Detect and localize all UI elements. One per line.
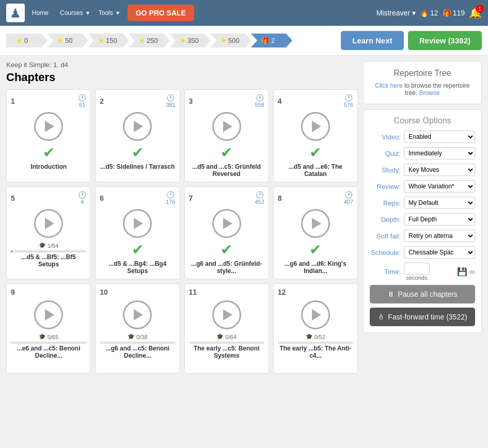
depth-select[interactable]: Full Depth Shallow	[404, 213, 475, 226]
card-header-12: 12	[278, 288, 353, 296]
repertoire-tree-panel: Repertoire Tree Click here to browse the…	[363, 61, 482, 104]
card-header-1: 1🕐61	[11, 94, 86, 108]
play-circle-12[interactable]	[301, 300, 330, 329]
tools-link[interactable]: Tools	[99, 9, 113, 17]
count-num-1: 61	[79, 102, 85, 108]
reps-select[interactable]: My Default 1 2	[404, 197, 475, 209]
card-header-6: 6🕐176	[100, 191, 175, 205]
star-icon-350: ★	[180, 37, 186, 44]
card-count-7: 🕐452	[255, 191, 264, 205]
gift-badge: 🎁 119	[443, 9, 465, 17]
chapter-card-8[interactable]: 8🕐407✔...g6 and ...d6: King's Indian...	[273, 186, 358, 279]
chapter-card-7[interactable]: 7🕐452✔...g6 and ...d5: Grünfeld-style...	[184, 186, 269, 279]
chapter-title-9: ...e6 and ...c5: Benoni Decline...	[11, 345, 86, 359]
video-label: Video:	[370, 133, 401, 141]
play-triangle-1	[45, 121, 54, 132]
navbar: ♟ Home Courses ▾ Tools ▾ GO PRO SALE Mis…	[0, 0, 488, 26]
user-chevron-icon: ▾	[412, 9, 416, 17]
chapter-title-7: ...g6 and ...d5: Grünfeld-style...	[189, 260, 264, 275]
progress-bar-mini-5	[11, 250, 86, 252]
go-pro-button[interactable]: GO PRO SALE	[128, 5, 194, 21]
progress-seg-500[interactable]: ★ 500	[210, 34, 251, 47]
schedule-row: Schedule: Chessable Spac Custom	[370, 246, 475, 259]
chapter-title-8: ...g6 and ...d6: King's Indian...	[278, 260, 353, 275]
review-select[interactable]: Whole Variation* Single Move	[404, 180, 475, 193]
play-circle-2[interactable]	[123, 112, 152, 141]
chapter-title-5: ...d5 & ...Bf5: ...Bf5 Setups	[11, 253, 86, 268]
progress-seg-350[interactable]: ★ 350	[169, 34, 211, 47]
rep-tree-browse-link[interactable]: Browse	[419, 89, 440, 97]
schedule-select[interactable]: Chessable Spac Custom	[404, 246, 475, 259]
chapter-card-9[interactable]: 9🎓0/65...e6 and ...c5: Benoni Decline...	[6, 283, 91, 374]
chapter-card-12[interactable]: 12🎓0/52The early ...b5: The Anti-c4...	[273, 283, 358, 374]
play-circle-3[interactable]	[212, 112, 241, 141]
nav-right: Mistreaver ▾ 🔥 12 🎁 119 🔔 1	[376, 7, 482, 19]
quiz-select[interactable]: Immediately After video	[404, 147, 475, 159]
softfail-select[interactable]: Retry on alterna Continue	[404, 230, 475, 242]
study-select[interactable]: Key Moves All Moves	[404, 164, 475, 176]
play-circle-1[interactable]	[34, 112, 63, 141]
chapters-section: Keep it Simple: 1. d4 Chapters 1🕐61✔Intr…	[6, 61, 358, 374]
play-circle-4[interactable]	[301, 112, 330, 141]
play-circle-9[interactable]	[34, 300, 63, 329]
chapter-num-7: 7	[189, 194, 193, 202]
chapter-num-11: 11	[189, 288, 197, 296]
tools-nav[interactable]: Tools ▾	[98, 9, 119, 17]
progress-seg-50[interactable]: ★ 50	[47, 34, 88, 47]
courses-nav[interactable]: Courses ▾	[59, 9, 89, 17]
play-triangle-11	[223, 309, 232, 321]
progress-seg-gift[interactable]: 🎁 2	[251, 34, 292, 47]
chess-logo[interactable]: ♟	[6, 4, 25, 22]
card-progress-12: 🎓0/52	[306, 333, 325, 340]
infinity-time-button[interactable]: ∞	[469, 267, 475, 277]
progress-seg-250[interactable]: ★ 250	[129, 34, 170, 47]
progress-seg-gift-label: 2	[271, 37, 275, 44]
progress-seg-150[interactable]: ★ 150	[88, 34, 129, 47]
home-nav[interactable]: Home	[31, 9, 51, 17]
play-circle-10[interactable]	[123, 300, 152, 329]
progress-seg-0-label: 0	[24, 37, 28, 44]
progress-bar-section: ★ 0 ★ 50 ★ 150 ★ 250 ★ 350 ★ 500 🎁 2 Lea…	[0, 26, 488, 56]
fast-forward-button[interactable]: 🕯 Fast-forward time (3522)	[370, 308, 475, 326]
notification-bell[interactable]: 🔔 1	[469, 7, 482, 19]
play-circle-6[interactable]	[123, 209, 152, 238]
courses-link[interactable]: Courses	[60, 9, 83, 17]
chapter-card-11[interactable]: 11🎓0/64The early ...c5: Benoni Systems	[184, 283, 269, 374]
home-link[interactable]: Home	[32, 9, 49, 17]
play-circle-11[interactable]	[212, 300, 241, 329]
chapter-card-5[interactable]: 5🕐4🎓1/64...d5 & ...Bf5: ...Bf5 Setups	[6, 186, 91, 279]
chapter-title-4: ...d5 and ...e6: The Catalan	[278, 163, 353, 178]
quiz-label: Quiz:	[370, 150, 401, 157]
chapter-card-4[interactable]: 4🕐576✔...d5 and ...e6: The Catalan	[273, 89, 358, 182]
chapter-card-10[interactable]: 10🎓0/38...g6 and ...c5: Benoni Decline..…	[95, 283, 180, 374]
user-menu[interactable]: Mistreaver ▾	[376, 9, 416, 17]
card-count-4: 🕐576	[344, 94, 353, 108]
card-count-1: 🕐61	[78, 94, 86, 108]
progress-text-10: 0/38	[136, 334, 147, 340]
bell-badge-count: 1	[476, 5, 484, 13]
clock-icon-1: 🕐	[78, 94, 86, 102]
play-circle-8[interactable]	[301, 209, 330, 238]
chapter-card-6[interactable]: 6🕐176✔...d5 & ...Bg4: ...Bg4 Setups	[95, 186, 180, 279]
count-num-6: 176	[166, 199, 175, 205]
video-select[interactable]: Enabled Disabled	[404, 131, 475, 143]
chapter-card-3[interactable]: 3🕐558✔...d5 and ...c5: Grünfeld Reversed	[184, 89, 269, 182]
review-button[interactable]: Review (3392)	[408, 31, 482, 50]
checkmark-1: ✔	[43, 144, 55, 161]
card-header-10: 10	[100, 288, 175, 296]
play-circle-7[interactable]	[212, 209, 241, 238]
learn-next-button[interactable]: Learn Next	[341, 31, 404, 50]
save-time-button[interactable]: 💾	[457, 267, 467, 277]
progress-seg-0[interactable]: ★ 0	[6, 34, 48, 47]
rep-tree-click-link[interactable]: Click here	[375, 82, 402, 89]
star-icon-50: ★	[57, 37, 64, 44]
pause-all-chapters-button[interactable]: ⏸ Pause all chapters	[370, 285, 475, 303]
chapter-card-1[interactable]: 1🕐61✔Introduction	[6, 89, 91, 182]
progress-text-11: 0/64	[225, 334, 236, 340]
play-circle-5[interactable]	[34, 209, 63, 238]
chapter-card-2[interactable]: 2🕐381✔...d5: Sidelines / Tarrasch	[95, 89, 180, 182]
card-header-5: 5🕐4	[11, 191, 86, 205]
time-input[interactable]: 60	[404, 263, 430, 275]
chapter-title-11: The early ...c5: Benoni Systems	[189, 345, 264, 359]
star-icon-0: ★	[17, 37, 23, 44]
